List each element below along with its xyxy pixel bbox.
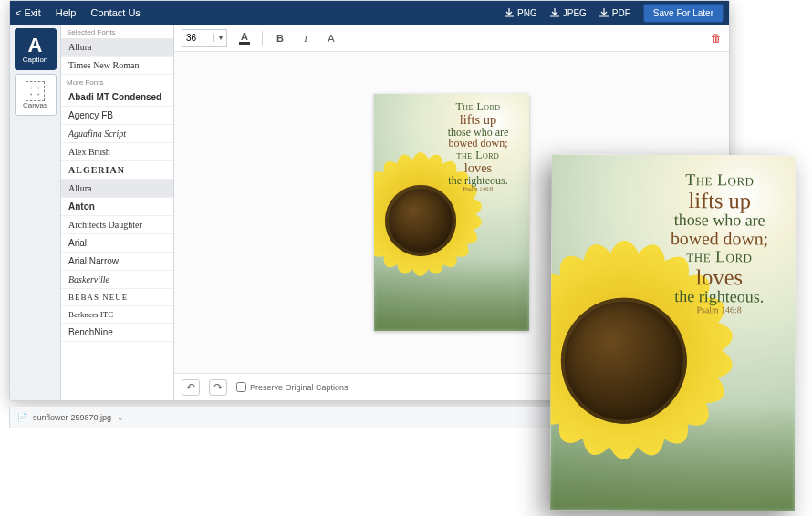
font-option[interactable]: Allura	[61, 38, 173, 57]
font-option[interactable]: ALGERIAN	[61, 161, 173, 180]
verse-line: the righteous.	[655, 288, 783, 306]
font-size-dropdown[interactable]: ▾	[213, 34, 226, 42]
caption-icon: A	[28, 36, 43, 56]
download-pdf-button[interactable]: PDF	[599, 8, 630, 18]
download-png-label: PNG	[517, 8, 537, 18]
more-fonts-header: More Fonts	[61, 75, 173, 88]
verse-line: loves	[655, 265, 783, 289]
font-option[interactable]: Times New Roman	[61, 57, 173, 75]
delete-button[interactable]: 🗑	[711, 32, 722, 45]
verse-line: bowed down;	[655, 229, 783, 249]
download-jpeg-label: JPEG	[563, 8, 587, 18]
verse-line: the Lord	[434, 150, 522, 161]
canvas-icon: ⸬	[26, 81, 45, 101]
verse-line: The Lord	[656, 171, 784, 190]
preserve-captions-checkbox[interactable]	[236, 382, 246, 392]
chevron-down-icon[interactable]: ⌄	[117, 413, 124, 422]
font-option[interactable]: BenchNine	[61, 324, 173, 342]
font-option[interactable]: Arial	[61, 234, 173, 253]
download-icon	[550, 8, 559, 17]
top-bar: < Exit Help Contact Us PNG JPEG PDF Save…	[10, 1, 729, 25]
design-preview-large: The Lord lifts up those who are bowed do…	[550, 154, 796, 511]
verse-line: those who are	[656, 212, 784, 230]
font-option[interactable]: Arial Narrow	[61, 253, 173, 271]
font-color-swatch-button[interactable]: A	[323, 30, 339, 46]
format-toolbar: ▾ A B I A 🗑	[174, 25, 729, 52]
verse-text[interactable]: The Lord lifts up those who are bowed do…	[434, 101, 522, 192]
font-size-field[interactable]	[182, 33, 213, 43]
tool-canvas-label: Canvas	[23, 101, 47, 109]
verse-line: lifts up	[656, 189, 784, 212]
font-option[interactable]: Allura	[61, 180, 173, 198]
tool-column: A Caption ⸬ Canvas	[10, 25, 61, 400]
download-file-icon: 📄	[17, 413, 27, 422]
verse-reference: Psalm 146:8	[655, 305, 783, 315]
font-list: Selected Fonts AlluraTimes New Roman Mor…	[61, 25, 174, 400]
verse-line: the Lord	[655, 248, 783, 266]
download-jpeg-button[interactable]: JPEG	[550, 8, 587, 18]
download-pdf-label: PDF	[612, 8, 630, 18]
font-option[interactable]: Baskerville	[61, 271, 173, 289]
tool-caption-label: Caption	[23, 56, 48, 64]
selected-fonts-header: Selected Fonts	[61, 25, 173, 38]
font-option[interactable]: Alex Brush	[61, 143, 173, 161]
verse-line: The Lord	[434, 101, 522, 113]
font-option[interactable]: BEBAS NEUE	[61, 289, 173, 306]
font-option[interactable]: Aguafina Script	[61, 125, 173, 143]
preserve-captions-label: Preserve Original Captions	[250, 383, 349, 392]
exit-link[interactable]: < Exit	[16, 7, 41, 18]
font-option[interactable]: Agency FB	[61, 107, 173, 125]
font-option[interactable]: Architects Daughter	[61, 216, 173, 234]
verse-text: The Lord lifts up those who are bowed do…	[655, 171, 784, 315]
verse-line: loves	[434, 161, 522, 175]
preserve-captions-toggle[interactable]: Preserve Original Captions	[236, 382, 349, 392]
bold-button[interactable]: B	[272, 30, 288, 46]
undo-button[interactable]: ↶	[182, 379, 200, 396]
help-link[interactable]: Help	[56, 7, 77, 18]
text-color-button[interactable]: A	[236, 30, 253, 46]
verse-line: lifts up	[434, 113, 522, 127]
download-icon	[505, 8, 514, 17]
download-filename[interactable]: sunflower-259870.jpg	[33, 413, 111, 422]
download-png-button[interactable]: PNG	[505, 8, 537, 18]
download-icon	[599, 8, 609, 17]
design-preview-small[interactable]: The Lord lifts up those who are bowed do…	[374, 94, 529, 331]
tool-canvas[interactable]: ⸬ Canvas	[15, 74, 57, 116]
verse-reference: Psalm 146:8	[434, 186, 522, 192]
tool-caption[interactable]: A Caption	[15, 28, 57, 70]
font-size-input[interactable]: ▾	[182, 29, 227, 47]
italic-button[interactable]: I	[297, 30, 314, 46]
font-option[interactable]: Abadi MT Condensed	[61, 88, 173, 107]
font-option[interactable]: Anton	[61, 198, 173, 216]
redo-button[interactable]: ↷	[209, 379, 227, 396]
font-option[interactable]: Berkners ITC	[61, 306, 173, 324]
save-for-later-button[interactable]: Save For Later	[643, 4, 724, 23]
contact-link[interactable]: Contact Us	[90, 7, 140, 18]
